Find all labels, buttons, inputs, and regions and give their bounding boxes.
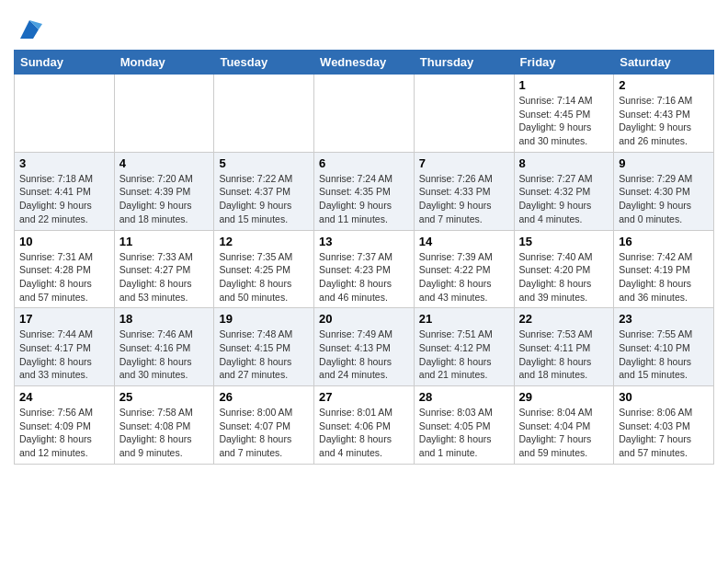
page-header [14,9,714,42]
day-info: Sunrise: 7:49 AM Sunset: 4:13 PM Dayligh… [319,327,409,382]
day-info: Sunrise: 7:18 AM Sunset: 4:41 PM Dayligh… [19,172,109,226]
day-info: Sunrise: 7:22 AM Sunset: 4:37 PM Dayligh… [219,172,309,226]
calendar-cell: 15Sunrise: 7:40 AM Sunset: 4:20 PM Dayli… [514,230,614,308]
day-number: 7 [419,156,509,170]
day-info: Sunrise: 7:31 AM Sunset: 4:28 PM Dayligh… [19,250,109,304]
day-number: 14 [419,235,509,248]
day-info: Sunrise: 7:44 AM Sunset: 4:17 PM Dayligh… [19,327,109,382]
calendar-cell: 18Sunrise: 7:46 AM Sunset: 4:16 PM Dayli… [114,308,214,386]
calendar-week-row: 10Sunrise: 7:31 AM Sunset: 4:28 PM Dayli… [15,230,714,308]
calendar-cell [414,75,514,153]
calendar-cell: 6Sunrise: 7:24 AM Sunset: 4:35 PM Daylig… [314,152,415,230]
day-number: 29 [519,390,609,404]
weekday-header-saturday: Saturday [614,51,714,75]
calendar-week-row: 17Sunrise: 7:44 AM Sunset: 4:17 PM Dayli… [15,308,714,386]
day-info: Sunrise: 8:00 AM Sunset: 4:07 PM Dayligh… [219,406,309,460]
day-number: 21 [419,312,509,326]
day-number: 9 [619,156,709,170]
calendar-week-row: 1Sunrise: 7:14 AM Sunset: 4:45 PM Daylig… [15,75,714,153]
calendar-cell [314,75,415,153]
calendar-table: SundayMondayTuesdayWednesdayThursdayFrid… [14,50,714,465]
day-info: Sunrise: 7:14 AM Sunset: 4:45 PM Dayligh… [519,94,609,148]
calendar-cell [15,75,115,153]
calendar-week-row: 24Sunrise: 7:56 AM Sunset: 4:09 PM Dayli… [15,386,714,465]
day-info: Sunrise: 7:37 AM Sunset: 4:23 PM Dayligh… [319,250,409,304]
day-info: Sunrise: 7:55 AM Sunset: 4:10 PM Dayligh… [619,327,709,382]
calendar-cell: 13Sunrise: 7:37 AM Sunset: 4:23 PM Dayli… [314,230,415,308]
calendar-cell: 29Sunrise: 8:04 AM Sunset: 4:04 PM Dayli… [514,386,614,465]
day-number: 1 [519,78,609,92]
calendar-cell: 7Sunrise: 7:26 AM Sunset: 4:33 PM Daylig… [414,152,514,230]
day-info: Sunrise: 7:58 AM Sunset: 4:08 PM Dayligh… [119,406,210,460]
day-info: Sunrise: 7:16 AM Sunset: 4:43 PM Dayligh… [619,94,709,148]
calendar-cell: 27Sunrise: 8:01 AM Sunset: 4:06 PM Dayli… [314,386,415,465]
calendar-cell: 24Sunrise: 7:56 AM Sunset: 4:09 PM Dayli… [15,386,115,465]
calendar-cell: 4Sunrise: 7:20 AM Sunset: 4:39 PM Daylig… [114,152,214,230]
calendar-cell: 11Sunrise: 7:33 AM Sunset: 4:27 PM Dayli… [114,230,214,308]
day-number: 16 [619,235,709,248]
day-number: 30 [619,390,709,404]
calendar-cell: 3Sunrise: 7:18 AM Sunset: 4:41 PM Daylig… [15,152,115,230]
day-number: 23 [619,312,709,326]
calendar-cell: 12Sunrise: 7:35 AM Sunset: 4:25 PM Dayli… [214,230,314,308]
calendar-cell: 22Sunrise: 7:53 AM Sunset: 4:11 PM Dayli… [514,308,614,386]
calendar-cell: 8Sunrise: 7:27 AM Sunset: 4:32 PM Daylig… [514,152,614,230]
day-number: 27 [319,390,409,404]
day-info: Sunrise: 7:56 AM Sunset: 4:09 PM Dayligh… [19,406,109,460]
day-number: 15 [519,235,609,248]
day-info: Sunrise: 7:51 AM Sunset: 4:12 PM Dayligh… [419,327,509,382]
day-number: 2 [619,78,709,92]
calendar-cell: 1Sunrise: 7:14 AM Sunset: 4:45 PM Daylig… [514,75,614,153]
day-info: Sunrise: 7:24 AM Sunset: 4:35 PM Dayligh… [319,172,409,226]
day-info: Sunrise: 7:20 AM Sunset: 4:39 PM Dayligh… [119,172,210,226]
calendar-cell: 10Sunrise: 7:31 AM Sunset: 4:28 PM Dayli… [15,230,115,308]
day-info: Sunrise: 7:40 AM Sunset: 4:20 PM Dayligh… [519,250,609,304]
day-info: Sunrise: 8:06 AM Sunset: 4:03 PM Dayligh… [619,406,709,460]
day-number: 10 [19,235,109,248]
weekday-header-row: SundayMondayTuesdayWednesdayThursdayFrid… [15,51,714,75]
calendar-week-row: 3Sunrise: 7:18 AM Sunset: 4:41 PM Daylig… [15,152,714,230]
day-number: 17 [19,312,109,326]
day-number: 19 [219,312,309,326]
day-info: Sunrise: 7:46 AM Sunset: 4:16 PM Dayligh… [119,327,210,382]
calendar-cell: 30Sunrise: 8:06 AM Sunset: 4:03 PM Dayli… [614,386,714,465]
day-info: Sunrise: 7:42 AM Sunset: 4:19 PM Dayligh… [619,250,709,304]
day-info: Sunrise: 7:35 AM Sunset: 4:25 PM Dayligh… [219,250,309,304]
day-number: 28 [419,390,509,404]
day-number: 11 [119,235,210,248]
day-number: 13 [319,235,409,248]
day-info: Sunrise: 7:33 AM Sunset: 4:27 PM Dayligh… [119,250,210,304]
day-info: Sunrise: 8:01 AM Sunset: 4:06 PM Dayligh… [319,406,409,460]
day-number: 3 [19,156,109,170]
day-info: Sunrise: 7:48 AM Sunset: 4:15 PM Dayligh… [219,327,309,382]
calendar-cell: 14Sunrise: 7:39 AM Sunset: 4:22 PM Dayli… [414,230,514,308]
weekday-header-monday: Monday [114,51,214,75]
calendar-cell: 23Sunrise: 7:55 AM Sunset: 4:10 PM Dayli… [614,308,714,386]
calendar-cell: 2Sunrise: 7:16 AM Sunset: 4:43 PM Daylig… [614,75,714,153]
day-number: 20 [319,312,409,326]
logo [14,17,42,42]
day-number: 8 [519,156,609,170]
calendar-cell: 9Sunrise: 7:29 AM Sunset: 4:30 PM Daylig… [614,152,714,230]
logo-icon [17,17,42,42]
calendar-cell: 26Sunrise: 8:00 AM Sunset: 4:07 PM Dayli… [214,386,314,465]
day-number: 26 [219,390,309,404]
weekday-header-tuesday: Tuesday [214,51,314,75]
day-number: 25 [119,390,210,404]
day-info: Sunrise: 7:53 AM Sunset: 4:11 PM Dayligh… [519,327,609,382]
day-number: 24 [19,390,109,404]
calendar-cell: 28Sunrise: 8:03 AM Sunset: 4:05 PM Dayli… [414,386,514,465]
day-number: 12 [219,235,309,248]
calendar-cell [114,75,214,153]
weekday-header-friday: Friday [514,51,614,75]
day-info: Sunrise: 7:39 AM Sunset: 4:22 PM Dayligh… [419,250,509,304]
weekday-header-sunday: Sunday [15,51,115,75]
day-info: Sunrise: 7:27 AM Sunset: 4:32 PM Dayligh… [519,172,609,226]
calendar-cell: 20Sunrise: 7:49 AM Sunset: 4:13 PM Dayli… [314,308,415,386]
calendar-cell: 17Sunrise: 7:44 AM Sunset: 4:17 PM Dayli… [15,308,115,386]
calendar-cell: 21Sunrise: 7:51 AM Sunset: 4:12 PM Dayli… [414,308,514,386]
weekday-header-thursday: Thursday [414,51,514,75]
day-number: 5 [219,156,309,170]
calendar-cell: 16Sunrise: 7:42 AM Sunset: 4:19 PM Dayli… [614,230,714,308]
day-number: 18 [119,312,210,326]
